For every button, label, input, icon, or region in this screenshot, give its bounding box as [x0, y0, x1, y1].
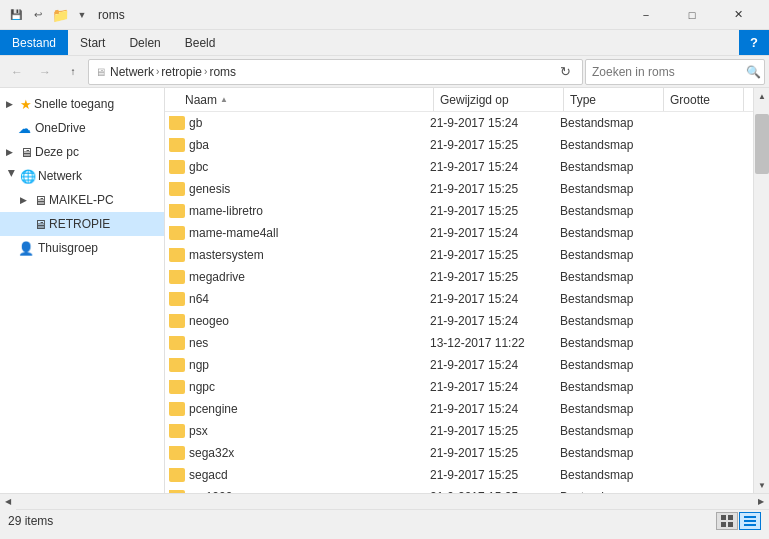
file-name-cell: sega32x — [169, 446, 424, 460]
title-undo-icon[interactable]: ↩ — [30, 7, 46, 23]
table-row[interactable]: neogeo 21-9-2017 15:24 Bestandsmap — [165, 310, 753, 332]
breadcrumb-retropie[interactable]: retropie — [161, 65, 202, 79]
table-row[interactable]: nes 13-12-2017 11:22 Bestandsmap — [165, 332, 753, 354]
file-name-cell: mastersystem — [169, 248, 424, 262]
table-row[interactable]: pcengine 21-9-2017 15:24 Bestandsmap — [165, 398, 753, 420]
menu-beeld[interactable]: Beeld — [173, 30, 228, 55]
help-button[interactable]: ? — [739, 30, 769, 55]
file-type: Bestandsmap — [554, 380, 654, 394]
folder-icon — [169, 468, 185, 482]
col-header-gewijzigd[interactable]: Gewijzigd op — [434, 88, 564, 111]
close-button[interactable]: ✕ — [715, 0, 761, 30]
sidebar: ▶ ★ Snelle toegang ☁ OneDrive ▶ 🖥 Deze p… — [0, 88, 165, 493]
table-row[interactable]: sega32x 21-9-2017 15:25 Bestandsmap — [165, 442, 753, 464]
sidebar-item-maikel-pc[interactable]: ▶ 🖥 MAIKEL-PC — [0, 188, 164, 212]
sidebar-item-netwerk[interactable]: ▶ 🌐 Netwerk — [0, 164, 164, 188]
breadcrumb-netwerk[interactable]: Netwerk — [110, 65, 154, 79]
col-header-type[interactable]: Type — [564, 88, 664, 111]
menu-bestand[interactable]: Bestand — [0, 30, 68, 55]
folder-icon — [169, 138, 185, 152]
table-row[interactable]: mame-libretro 21-9-2017 15:25 Bestandsma… — [165, 200, 753, 222]
scroll-track[interactable] — [754, 104, 769, 477]
scroll-thumb[interactable] — [755, 114, 769, 174]
expand-arrow-maikel-pc[interactable]: ▶ — [20, 195, 32, 205]
file-type: Bestandsmap — [554, 226, 654, 240]
view-large-icons-button[interactable] — [716, 512, 738, 530]
scroll-down-arrow[interactable]: ▼ — [754, 477, 769, 493]
sidebar-item-deze-pc[interactable]: ▶ 🖥 Deze pc — [0, 140, 164, 164]
table-row[interactable]: mastersystem 21-9-2017 15:25 Bestandsmap — [165, 244, 753, 266]
maximize-button[interactable]: □ — [669, 0, 715, 30]
table-row[interactable]: psx 21-9-2017 15:25 Bestandsmap — [165, 420, 753, 442]
table-row[interactable]: sg-1000 21-9-2017 15:25 Bestandsmap — [165, 486, 753, 493]
address-bar[interactable]: 🖥 Netwerk › retropie › roms ↻ — [88, 59, 583, 85]
sidebar-item-onedrive[interactable]: ☁ OneDrive — [0, 116, 164, 140]
table-row[interactable]: ngpc 21-9-2017 15:24 Bestandsmap — [165, 376, 753, 398]
scroll-up-arrow[interactable]: ▲ — [754, 88, 769, 104]
menu-bar: Bestand Start Delen Beeld ? — [0, 30, 769, 56]
table-row[interactable]: gbc 21-9-2017 15:24 Bestandsmap — [165, 156, 753, 178]
file-name: nes — [189, 336, 208, 350]
file-name-cell: mame-libretro — [169, 204, 424, 218]
breadcrumb-roms[interactable]: roms — [209, 65, 236, 79]
refresh-button[interactable]: ↻ — [554, 61, 576, 83]
file-type: Bestandsmap — [554, 490, 654, 494]
scroll-left-arrow[interactable]: ◀ — [0, 494, 16, 510]
search-bar[interactable]: 🔍 — [585, 59, 765, 85]
expand-arrow-deze-pc[interactable]: ▶ — [6, 147, 18, 157]
folder-icon — [169, 226, 185, 240]
folder-icon — [169, 116, 185, 130]
onedrive-icon: ☁ — [18, 121, 31, 136]
file-name-cell: gba — [169, 138, 424, 152]
breadcrumb-sep-1: › — [156, 66, 159, 77]
title-save-icon[interactable]: 💾 — [8, 7, 24, 23]
minimize-button[interactable]: − — [623, 0, 669, 30]
up-button[interactable]: ↑ — [60, 59, 86, 85]
right-scrollbar[interactable]: ▲ ▼ — [753, 88, 769, 493]
expand-arrow-netwerk[interactable]: ▶ — [7, 170, 17, 182]
expand-arrow-snelle-toegang[interactable]: ▶ — [6, 99, 18, 109]
svg-rect-1 — [728, 515, 733, 520]
thuisgroep-icon: 👤 — [18, 241, 34, 256]
file-date: 21-9-2017 15:25 — [424, 424, 554, 438]
file-type: Bestandsmap — [554, 292, 654, 306]
file-name: pcengine — [189, 402, 238, 416]
file-date: 21-9-2017 15:24 — [424, 380, 554, 394]
title-folder-icon: 📁 — [52, 7, 68, 23]
h-scroll-track[interactable] — [16, 494, 753, 509]
table-row[interactable]: megadrive 21-9-2017 15:25 Bestandsmap — [165, 266, 753, 288]
file-name-cell: gb — [169, 116, 424, 130]
table-row[interactable]: gba 21-9-2017 15:25 Bestandsmap — [165, 134, 753, 156]
table-row[interactable]: ngp 21-9-2017 15:24 Bestandsmap — [165, 354, 753, 376]
title-dropdown-icon[interactable]: ▼ — [74, 7, 90, 23]
back-button[interactable]: ← — [4, 59, 30, 85]
menu-start[interactable]: Start — [68, 30, 117, 55]
search-input[interactable] — [592, 65, 742, 79]
forward-button[interactable]: → — [32, 59, 58, 85]
menu-delen[interactable]: Delen — [117, 30, 172, 55]
table-row[interactable]: n64 21-9-2017 15:24 Bestandsmap — [165, 288, 753, 310]
file-name-cell: nes — [169, 336, 424, 350]
sidebar-item-retropie[interactable]: 🖥 RETROPIE — [0, 212, 164, 236]
table-row[interactable]: mame-mame4all 21-9-2017 15:24 Bestandsma… — [165, 222, 753, 244]
sidebar-item-snelle-toegang[interactable]: ▶ ★ Snelle toegang — [0, 92, 164, 116]
table-row[interactable]: gb 21-9-2017 15:24 Bestandsmap — [165, 112, 753, 134]
file-date: 21-9-2017 15:25 — [424, 490, 554, 494]
snelle-toegang-icon: ★ — [20, 97, 32, 112]
netwerk-icon: 🌐 — [20, 169, 36, 184]
file-name-cell: ngpc — [169, 380, 424, 394]
scroll-right-arrow[interactable]: ▶ — [753, 494, 769, 510]
table-row[interactable]: segacd 21-9-2017 15:25 Bestandsmap — [165, 464, 753, 486]
address-pc-icon: 🖥 — [95, 66, 106, 78]
sidebar-item-thuisgroep[interactable]: 👤 Thuisgroep — [0, 236, 164, 260]
table-row[interactable]: genesis 21-9-2017 15:25 Bestandsmap — [165, 178, 753, 200]
view-details-button[interactable] — [739, 512, 761, 530]
folder-icon — [169, 204, 185, 218]
col-header-naam[interactable]: Naam ▲ — [179, 88, 434, 111]
file-date: 21-9-2017 15:24 — [424, 160, 554, 174]
folder-icon — [169, 292, 185, 306]
toolbar: ← → ↑ 🖥 Netwerk › retropie › roms ↻ 🔍 — [0, 56, 769, 88]
file-date: 21-9-2017 15:25 — [424, 248, 554, 262]
file-date: 21-9-2017 15:24 — [424, 226, 554, 240]
col-header-grootte[interactable]: Grootte — [664, 88, 744, 111]
